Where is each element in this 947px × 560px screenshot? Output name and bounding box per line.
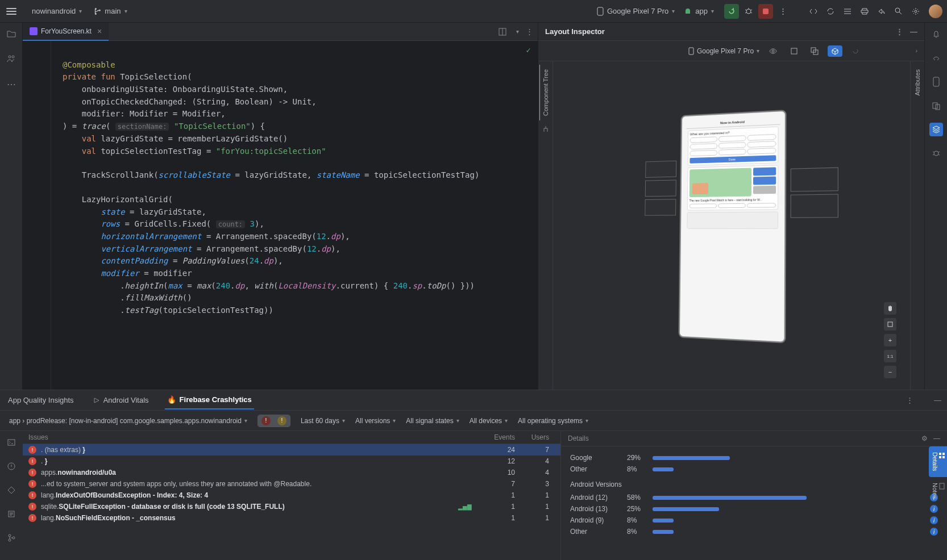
inspector-device-selector[interactable]: Google Pixel 7 Pro ▾: [688, 47, 759, 55]
chevron-right-icon[interactable]: ›: [916, 48, 917, 54]
close-tab-button[interactable]: ×: [97, 27, 102, 36]
notifications-button[interactable]: [929, 27, 943, 41]
side-tab-notes[interactable]: Notes: [929, 477, 947, 505]
tab-firebase-crashlytics[interactable]: 🔥 Firebase Crashlytics: [165, 391, 254, 409]
info-icon[interactable]: i: [930, 528, 938, 536]
wireframe-layer: [791, 168, 838, 192]
structure-tool-button[interactable]: [5, 52, 18, 66]
run-button[interactable]: [724, 4, 739, 19]
git-branch-selector[interactable]: main ▾: [93, 7, 127, 15]
svg-rect-6: [30, 27, 38, 35]
pan-button[interactable]: [884, 302, 896, 315]
chevron-down-icon[interactable]: ▾: [516, 28, 519, 35]
minimize-icon[interactable]: —: [934, 396, 941, 404]
issue-row[interactable]: ! lang.NoSuchFieldException - _consensus…: [23, 512, 560, 524]
issue-row[interactable]: ! apps.nowinandroid/u0a 10 4: [23, 467, 560, 478]
app-filter[interactable]: app › prodRelease: [now-in-android] com.…: [9, 417, 247, 425]
tool-btn-1[interactable]: [806, 4, 821, 19]
issue-row[interactable]: ! ...ed to system_server and system apps…: [23, 478, 560, 490]
kebab-icon[interactable]: ⋮: [906, 396, 913, 404]
gear-icon[interactable]: ⚙: [921, 434, 928, 442]
vcs-button[interactable]: [5, 531, 18, 545]
toggle-live-button[interactable]: [765, 45, 781, 57]
search-button[interactable]: [891, 4, 906, 19]
issue-users: 1: [515, 503, 555, 511]
component-tree-tab[interactable]: Component Tree: [538, 61, 553, 390]
running-devices-button[interactable]: [929, 99, 943, 112]
tool-btn-3[interactable]: [840, 4, 855, 19]
gradle-button[interactable]: [929, 51, 943, 65]
devices-filter[interactable]: All devices▾: [470, 417, 508, 425]
emulator-button[interactable]: [929, 147, 943, 160]
side-tab-details[interactable]: Details: [929, 446, 947, 477]
issue-row[interactable]: ! lang.IndexOutOfBoundsException - Index…: [23, 490, 560, 501]
version-stats: Android (12) 58% iAndroid (13) 25% iAndr…: [570, 492, 938, 537]
attributes-tab[interactable]: Attributes: [910, 61, 924, 390]
user-avatar[interactable]: [929, 5, 942, 18]
error-icon: !: [28, 491, 36, 499]
svg-rect-14: [933, 77, 939, 86]
code-content[interactable]: ✓@Composableprivate fun TopicSelection( …: [51, 41, 538, 390]
os-filter[interactable]: All operating systems▾: [518, 417, 588, 425]
days-label: Last 60 days: [301, 417, 339, 425]
main-menu-button[interactable]: [5, 5, 18, 18]
zoom-out-button[interactable]: −: [884, 366, 896, 378]
kebab-icon[interactable]: ⋮: [526, 27, 533, 36]
device-selector[interactable]: Google Pixel 7 Pro ▾: [597, 7, 675, 16]
layout-inspector-button[interactable]: [929, 123, 943, 136]
inspector-canvas[interactable]: Now in Android What are you interested i…: [553, 61, 910, 390]
tab-android-vitals[interactable]: Android Vitals: [90, 391, 151, 409]
problems-button[interactable]: [5, 459, 18, 473]
main-area: ⋯ ForYouScreen.kt × ▾ ⋮ ✓@Composablepriv…: [0, 23, 947, 390]
profiler-button[interactable]: [5, 483, 18, 497]
settings-button[interactable]: [908, 4, 923, 19]
signals-filter[interactable]: All signal states▾: [406, 417, 459, 425]
zoom-in-button[interactable]: +: [884, 334, 896, 346]
tool-btn-4[interactable]: [857, 4, 872, 19]
zoom-1-1-button[interactable]: 1:1: [884, 350, 896, 362]
split-view-button[interactable]: [496, 25, 509, 39]
tool-btn-2[interactable]: [823, 4, 838, 19]
tab-app-quality-insights[interactable]: App Quality Insights: [6, 391, 76, 409]
run-config-selector[interactable]: app ▾: [684, 7, 714, 15]
issue-events: 1: [475, 514, 515, 522]
versions-filter[interactable]: All versions▾: [355, 417, 396, 425]
fit-button[interactable]: [884, 318, 896, 331]
days-filter[interactable]: Last 60 days▾: [301, 417, 345, 425]
issue-row[interactable]: ! sqlite.SQLiteFullException - database …: [23, 501, 560, 512]
more-actions-button[interactable]: ⋮: [775, 4, 790, 19]
info-icon[interactable]: i: [930, 505, 938, 513]
severity-toggle[interactable]: ! !: [257, 415, 290, 427]
debug-button[interactable]: [741, 4, 756, 19]
project-tool-button[interactable]: [5, 27, 18, 41]
stop-button[interactable]: [758, 4, 773, 19]
project-selector[interactable]: nowinandroid ▾: [32, 7, 82, 15]
rotate-3d-button[interactable]: [828, 45, 842, 57]
file-tab-label: ForYouScreen.kt: [41, 27, 92, 35]
logcat-button[interactable]: [5, 507, 18, 521]
snapshot-button[interactable]: [787, 45, 801, 57]
tool-btn-5[interactable]: [874, 4, 889, 19]
minimize-icon[interactable]: —: [910, 27, 917, 36]
minimize-icon[interactable]: —: [933, 434, 940, 442]
export-button[interactable]: [807, 45, 822, 57]
device-manager-button[interactable]: [929, 75, 943, 89]
col-events: Events: [475, 433, 515, 441]
issue-row[interactable]: ! . } 12 4: [23, 455, 560, 467]
kebab-icon[interactable]: ⋮: [896, 27, 903, 36]
chevron-down-icon: ▾: [456, 417, 459, 424]
code-editor[interactable]: ✓@Composableprivate fun TopicSelection( …: [23, 41, 538, 390]
file-tab[interactable]: ForYouScreen.kt ×: [23, 23, 109, 41]
people-icon: [6, 54, 16, 64]
severity-warning[interactable]: !: [274, 415, 290, 427]
terminal-button[interactable]: [5, 436, 18, 449]
more-tool-button[interactable]: ⋯: [5, 77, 18, 91]
note-icon: [938, 483, 945, 490]
severity-error[interactable]: !: [258, 415, 274, 427]
issue-row[interactable]: ! . (has extras) } 24 7: [23, 444, 560, 455]
bug-icon: [745, 7, 753, 15]
search-icon: [894, 7, 903, 16]
stat-pct: 8%: [627, 516, 653, 524]
refresh-inspector-button[interactable]: [848, 45, 863, 57]
info-icon[interactable]: i: [930, 516, 938, 524]
